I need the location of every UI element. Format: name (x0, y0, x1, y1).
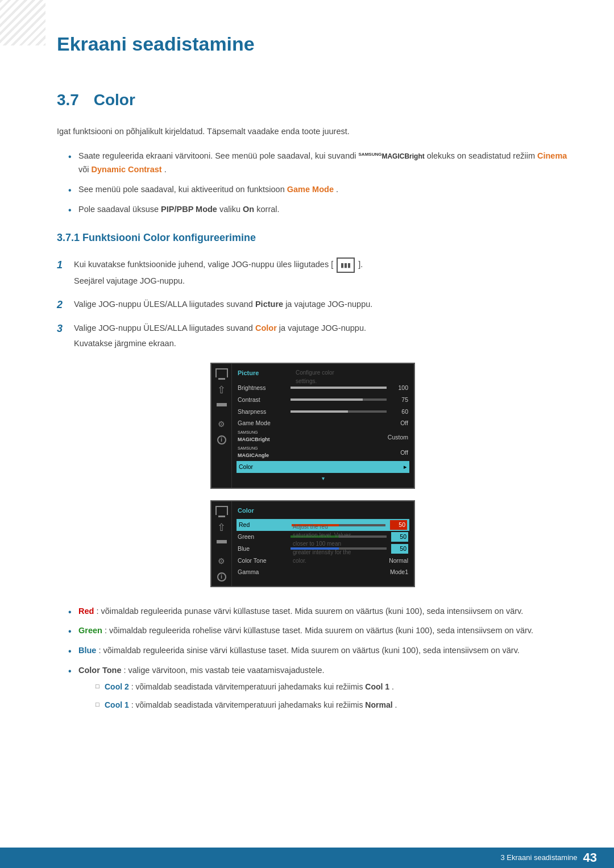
highlight-game-mode: Game Mode (287, 185, 334, 194)
info-sidebar-icon-2: i (217, 572, 226, 582)
gear-sidebar-icon-2: ⚙ (218, 555, 225, 567)
monitor-sidebar-icon-2 (215, 506, 228, 515)
decorative-stripes (0, 0, 45, 45)
sub-bullet-cool1: Cool 1 : võimaldab seadistada värvitempe… (96, 699, 569, 712)
intro-text: Igat funktsiooni on põhjalikult kirjelda… (57, 124, 569, 139)
label-normal-ref: Normal (365, 700, 392, 709)
row-magic-angle: SAMSUNG MAGICAngle Off (238, 445, 408, 461)
highlight-dynamic-contrast: Dynamic Contrast (92, 165, 162, 174)
bottom-bar-label: 3 Ekraani seadistamine (500, 852, 577, 864)
step-content-3: Valige JOG-nuppu ÜLES/ALLA liigutades su… (74, 321, 569, 351)
label-cool1: Cool (105, 700, 122, 709)
sub-bullet-cool2: Cool 2 : võimaldab seadistada värvitempe… (96, 680, 569, 694)
page-title: Ekraani seadistamine (57, 23, 569, 59)
section-heading: 3.7 Color (57, 88, 569, 113)
arrow-up-icon-2: ⇧ (217, 520, 226, 536)
subsection-title: Funktsiooni Color konfigureerimine (82, 232, 256, 243)
monitor-sidebar-icon (215, 368, 228, 377)
page-content: Ekraani seadistamine 3.7 Color Igat funk… (0, 0, 614, 760)
step-3: 3 Valige JOG-nuppu ÜLES/ALLA liigutades … (57, 321, 569, 351)
bottom-bar: 3 Ekraani seadistamine 43 (0, 848, 614, 868)
highlight-pipbp-mode: PIP/PBP Mode (161, 205, 217, 214)
annotation-red: Adjust the red saturation level. Values … (293, 522, 352, 565)
label-cool1-num: 1 (125, 700, 129, 709)
bottom-bar-page: 43 (583, 848, 597, 867)
step-1: 1 Kui kuvatakse funktsioonide juhend, va… (57, 258, 569, 289)
label-green: Green (78, 626, 102, 635)
section-number: 3.7 (57, 91, 79, 109)
step-content-1: Kui kuvatakse funktsioonide juhend, vali… (74, 258, 569, 289)
step-num-1: 1 (57, 256, 74, 274)
row-sharpness: Sharpness 60 (238, 406, 408, 418)
brand-magic-bright: SAMSUNGMAGICBright (359, 152, 425, 160)
screenshots-container: ⇧ ⚙ i Picture Brightness (57, 363, 569, 587)
row-magic-bright: SAMSUNG MAGICBright Custom (238, 429, 408, 445)
bullet-red: Red : võimaldab reguleerida punase värvi… (68, 604, 569, 618)
screen-menu-title-color: Color (238, 506, 408, 516)
section-title: Color (94, 91, 135, 109)
label-cool1-ref: Cool 1 (365, 682, 389, 691)
step-num-3: 3 (57, 320, 74, 338)
step-content-2: Valige JOG-nuppu ÜLES/ALLA liigutades su… (74, 297, 569, 313)
label-color-tone: Color Tone (78, 666, 121, 675)
step-2: 2 Valige JOG-nuppu ÜLES/ALLA liigutades … (57, 297, 569, 314)
lines-icon-2 (216, 540, 227, 548)
label-blue: Blue (78, 646, 96, 655)
bullet-green: Green : võimaldab reguleerida rohelise v… (68, 624, 569, 638)
screen-arrow: ▾ (238, 474, 408, 483)
lines-icon (216, 403, 227, 411)
jog-icon: ▮▮▮ (337, 258, 355, 273)
screen-sidebar-1: ⇧ ⚙ i (211, 364, 232, 487)
highlight-picture: Picture (255, 300, 283, 309)
bullet-blue: Blue : võimaldab reguleerida sinise värv… (68, 643, 569, 658)
screenshot-wrapper-1: ⇧ ⚙ i Picture Brightness (210, 363, 415, 488)
steps-list: 1 Kui kuvatakse funktsioonide juhend, va… (57, 258, 569, 351)
row-game-mode: Game Mode Off (238, 417, 408, 429)
row-contrast: Contrast 75 (238, 394, 408, 406)
bullet-item-3: Pole saadaval üksuse PIP/PBP Mode valiku… (68, 202, 569, 217)
annotation-configure: Configure color settings. (296, 368, 352, 385)
arrow-up-icon: ⇧ (217, 382, 226, 398)
bullet-item-2: See menüü pole saadaval, kui aktiveeritu… (68, 182, 569, 197)
screen-sidebar-2: ⇧ ⚙ i (211, 501, 232, 586)
row-color-highlighted: Color ▸ (237, 461, 409, 473)
bottom-bullet-list: Red : võimaldab reguleerida punase värvi… (68, 604, 569, 712)
label-red: Red (78, 607, 94, 616)
gear-sidebar-icon: ⚙ (218, 418, 225, 430)
bullet-list: Saate reguleerida ekraani värvitooni. Se… (68, 149, 569, 217)
highlight-color: Color (255, 323, 277, 333)
highlight-cinema: Cinema (537, 151, 567, 160)
step-num-2: 2 (57, 296, 74, 314)
subsection-heading: 3.7.1 Funktsiooni Color konfigureerimine (57, 230, 569, 246)
bullet-item-1: Saate reguleerida ekraani värvitooni. Se… (68, 149, 569, 177)
label-cool2: Cool 2 (105, 682, 129, 691)
sub-bullet-list: Cool 2 : võimaldab seadistada värvitempe… (96, 680, 569, 712)
info-sidebar-icon: i (217, 435, 226, 445)
row-gamma: Gamma Mode1 (238, 566, 408, 578)
highlight-on: On (243, 205, 254, 214)
screenshot-wrapper-2: ⇧ ⚙ i Color Red (210, 500, 415, 587)
subsection-number: 3.7.1 (57, 232, 80, 243)
bullet-color-tone: Color Tone : valige värvitoon, mis vasta… (68, 663, 569, 712)
